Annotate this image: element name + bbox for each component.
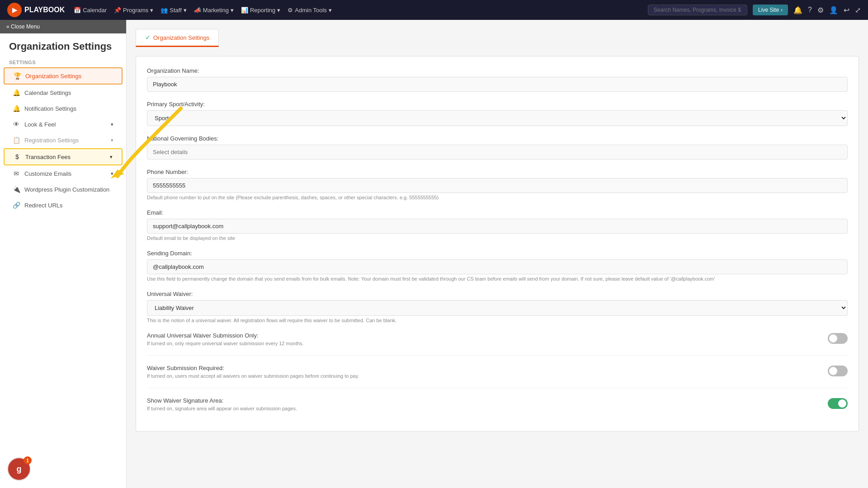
sidebar-item-registration-label: Registration Settings [24,137,79,144]
tab-org-settings[interactable]: ✓ Organization Settings [136,29,219,47]
nav-marketing[interactable]: 📣 Marketing ▾ [194,7,234,14]
settings-icon[interactable]: ⚙ [817,6,824,14]
chevron-down-icon-fees: ▾ [110,154,113,160]
user-avatar[interactable]: g 1 [7,457,31,481]
email-label: Email: [147,209,848,216]
sidebar-item-transaction-label: Transaction Fees [25,154,71,160]
sidebar-item-notification-settings[interactable]: 🔔 Notification Settings [4,101,123,116]
org-name-input[interactable] [147,77,848,92]
national-governing-group: National Governing Bodies: [147,135,848,160]
nav-right: Live Site › 🔔 ? ⚙ 👤 ↩ ⤢ [648,5,861,15]
tab-bar: ✓ Organization Settings [136,29,859,47]
email-group: Email: Default email to be displayed on … [147,209,848,241]
email-input[interactable] [147,219,848,234]
trophy-icon: 🏆 [14,72,21,80]
sidebar-item-calendar-settings[interactable]: 🔔 Calendar Settings [4,85,123,100]
annual-waiver-desc: If turned on, only require universal wai… [147,341,819,346]
primary-sport-label: Primary Sport/Activity: [147,101,848,108]
sending-domain-input[interactable] [147,259,848,274]
help-icon[interactable]: ? [808,6,812,14]
logout-icon[interactable]: ↩ [844,6,849,14]
chevron-down-icon: ▾ [111,122,113,127]
nav-staff[interactable]: 👥 Staff ▾ [160,7,187,14]
dollar-icon: $ [14,153,21,160]
sidebar: « Close Menu Organization Settings SETTI… [0,20,127,488]
logo-icon: ▶ [7,3,22,17]
primary-sport-select[interactable]: Sports Baseball Basketball Soccer Footba… [147,110,848,126]
waiver-signature-slider [828,398,848,409]
sidebar-item-wordpress-label: Wordpress Plugin Customization [24,186,109,193]
sidebar-item-look-feel[interactable]: 👁 Look & Feel ▾ [4,117,123,132]
sidebar-item-look-feel-label: Look & Feel [24,121,56,128]
universal-waiver-select[interactable]: Liability Waiver [147,300,848,316]
sidebar-item-org-settings[interactable]: 🏆 Organization Settings [4,67,123,84]
main-content: ✓ Organization Settings Organization Nam… [127,20,868,488]
logo[interactable]: ▶ PLAYBOOK [7,3,65,17]
sidebar-item-redirect-label: Redirect URLs [24,202,63,209]
phone-hint: Default phone number to put on the site … [147,195,848,200]
national-governing-label: National Governing Bodies: [147,135,848,142]
sidebar-item-redirect-urls[interactable]: 🔗 Redirect URLs [4,197,123,213]
sidebar-item-calendar-label: Calendar Settings [24,89,71,96]
nav-items: 📅 Calendar 📌 Programs ▾ 👥 Staff ▾ 📣 Mark… [74,7,639,14]
logo-text: PLAYBOOK [24,6,65,14]
waiver-required-title: Waiver Submission Required: [147,365,819,371]
search-input[interactable] [648,5,747,15]
settings-section-label: SETTINGS [0,56,126,67]
nav-calendar[interactable]: 📅 Calendar [74,7,107,14]
waiver-signature-toggle-row: Show Waiver Signature Area: If turned on… [147,397,848,420]
live-site-button[interactable]: Live Site › [753,5,788,15]
waiver-required-info: Waiver Submission Required: If turned on… [147,365,819,379]
universal-waiver-label: Universal Waiver: [147,291,848,297]
close-menu-button[interactable]: « Close Menu [0,20,126,33]
tab-check-icon: ✓ [145,34,151,41]
waiver-required-toggle[interactable] [828,366,848,376]
bell-icon-notification: 🔔 [13,105,20,112]
annual-waiver-slider [828,333,848,344]
waiver-signature-info: Show Waiver Signature Area: If turned on… [147,397,819,411]
waiver-signature-desc: If turned on, signature area will appear… [147,406,819,411]
sidebar-item-transaction-fees[interactable]: $ Transaction Fees ▾ [4,148,123,165]
phone-input[interactable] [147,178,848,193]
notification-icon[interactable]: 🔔 [793,6,802,14]
sidebar-item-registration-settings[interactable]: 📋 Registration Settings ▾ [4,132,123,148]
top-nav: ▶ PLAYBOOK 📅 Calendar 📌 Programs ▾ 👥 Sta… [0,0,868,20]
email-icon: ✉ [13,170,20,177]
chevron-down-icon-reg: ▾ [111,137,113,143]
org-name-group: Organization Name: [147,67,848,92]
link-icon: 🔗 [13,202,20,209]
phone-label: Phone Number: [147,169,848,175]
waiver-required-desc: If turned on, users must accept all waiv… [147,373,819,379]
page-wrapper: « Close Menu Organization Settings SETTI… [0,20,868,488]
nav-reporting[interactable]: 📊 Reporting ▾ [241,7,280,14]
settings-form: Organization Name: Primary Sport/Activit… [136,56,859,432]
annual-waiver-toggle-row: Annual Universal Waiver Submission Only:… [147,332,848,356]
clipboard-icon: 📋 [13,136,20,144]
sidebar-item-org-settings-label: Organization Settings [25,73,81,80]
avatar-initials: g [17,465,22,474]
nav-programs[interactable]: 📌 Programs ▾ [114,7,153,14]
sidebar-item-emails-label: Customize Emails [24,170,71,177]
sidebar-item-wordpress-plugin[interactable]: 🔌 Wordpress Plugin Customization [4,182,123,197]
sidebar-item-customize-emails[interactable]: ✉ Customize Emails ▾ [4,166,123,181]
annual-waiver-info: Annual Universal Waiver Submission Only:… [147,332,819,346]
waiver-signature-title: Show Waiver Signature Area: [147,397,819,404]
nav-admin-tools[interactable]: ⚙ Admin Tools ▾ [288,7,332,14]
universal-waiver-hint: This is the notion of a universal waiver… [147,318,848,323]
sidebar-title: Organization Settings [0,33,126,56]
national-governing-input[interactable] [147,145,848,160]
waiver-required-toggle-row: Waiver Submission Required: If turned on… [147,365,848,388]
plugin-icon: 🔌 [13,186,20,193]
primary-sport-group: Primary Sport/Activity: Sports Baseball … [147,101,848,126]
waiver-signature-toggle[interactable] [828,398,848,409]
sending-domain-hint: Use this field to permanently change the… [147,276,848,282]
sending-domain-group: Sending Domain: Use this field to perman… [147,250,848,282]
org-name-label: Organization Name: [147,67,848,74]
annual-waiver-toggle[interactable] [828,333,848,344]
tab-org-settings-label: Organization Settings [153,34,209,41]
waiver-required-slider [828,366,848,376]
user-profile-icon[interactable]: 👤 [829,6,838,14]
expand-icon[interactable]: ⤢ [855,6,861,14]
annual-waiver-title: Annual Universal Waiver Submission Only: [147,332,819,339]
avatar-notification-badge: 1 [24,456,32,465]
